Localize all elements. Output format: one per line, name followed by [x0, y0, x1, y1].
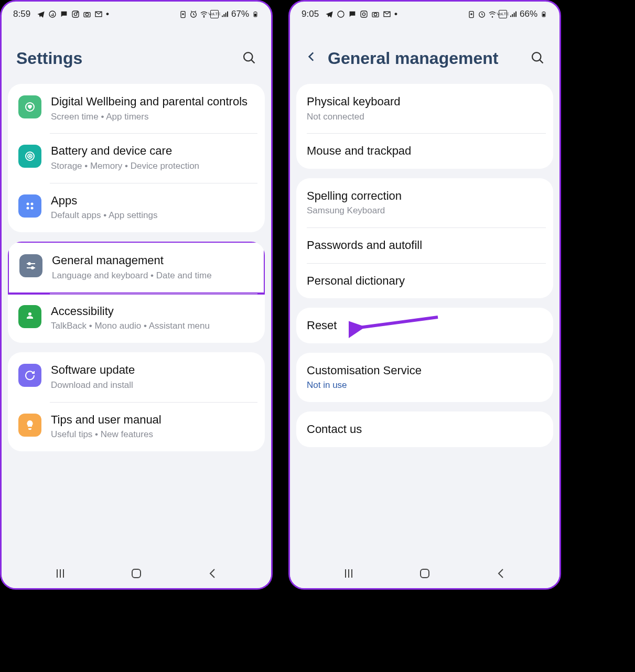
search-icon[interactable] — [530, 50, 545, 67]
wifi-icon — [200, 10, 208, 18]
row-subtitle: Default apps • App settings — [51, 210, 254, 222]
target-icon — [18, 145, 41, 168]
settings-card: Reset — [296, 308, 553, 343]
settings-row[interactable]: Passwords and autofill — [296, 227, 553, 263]
settings-row[interactable]: Spelling correctionSamsung Keyboard — [296, 178, 553, 227]
alarm-icon — [478, 10, 486, 18]
svg-point-5 — [85, 13, 88, 16]
bulb-icon — [18, 414, 41, 437]
status-bar: 8:59 • VoLTE 67% — [2, 2, 271, 23]
svg-point-34 — [492, 17, 492, 17]
settings-row[interactable]: AccessibilityTalkBack • Mono audio • Ass… — [8, 294, 265, 343]
settings-list[interactable]: Digital Wellbeing and parental controlsS… — [2, 84, 271, 559]
settings-row[interactable]: Customisation ServiceNot in use — [296, 353, 553, 402]
row-title: Software update — [51, 363, 254, 377]
svg-point-0 — [49, 11, 56, 17]
battery-saver-icon — [467, 10, 476, 18]
row-title: Contact us — [307, 422, 543, 437]
chat-icon — [60, 10, 68, 18]
page-title: General management — [328, 49, 498, 68]
svg-point-3 — [77, 12, 78, 13]
svg-point-24 — [28, 312, 31, 316]
svg-rect-39 — [421, 569, 429, 578]
svg-point-20 — [27, 207, 29, 209]
settings-row[interactable]: Personal dictionary — [296, 263, 553, 299]
signal-icon — [221, 10, 229, 18]
battery-percent: 66% — [520, 9, 537, 19]
svg-point-18 — [27, 202, 29, 205]
status-time: 9:05 — [302, 9, 319, 19]
home-button[interactable] — [418, 567, 432, 580]
settings-card: General managementLanguage and keyboard … — [8, 242, 265, 343]
svg-rect-27 — [361, 11, 367, 17]
back-icon[interactable] — [305, 50, 318, 67]
svg-rect-25 — [132, 569, 141, 578]
whatsapp-icon — [337, 10, 345, 18]
settings-card: Software updateDownload and installTips … — [8, 352, 265, 451]
row-subtitle: Download and install — [51, 380, 254, 392]
chat-icon — [348, 10, 357, 18]
svg-point-26 — [338, 11, 344, 17]
settings-row[interactable]: Physical keyboardNot connected — [296, 84, 553, 133]
svg-point-9 — [203, 17, 204, 17]
row-title: Apps — [51, 193, 254, 208]
row-title: Tips and user manual — [51, 413, 254, 427]
heart-icon — [18, 95, 41, 118]
dots-icon — [18, 194, 41, 218]
status-time: 8:59 — [13, 9, 30, 19]
row-subtitle: Not connected — [307, 111, 543, 123]
phone-screen-general-management: 9:05 • VoLTE 66% General management — [288, 0, 561, 590]
refresh-icon — [18, 364, 41, 387]
back-button[interactable] — [206, 567, 219, 580]
signal-icon — [509, 10, 518, 18]
row-subtitle: Storage • Memory • Device protection — [51, 160, 254, 172]
svg-point-19 — [31, 202, 34, 205]
settings-row[interactable]: General managementLanguage and keyboard … — [8, 242, 265, 294]
row-subtitle: Useful tips • New features — [51, 429, 254, 441]
recents-button[interactable] — [53, 567, 67, 580]
whatsapp-icon — [48, 10, 57, 18]
settings-card: Contact us — [296, 411, 553, 447]
battery-saver-icon — [179, 10, 187, 18]
settings-card: Customisation ServiceNot in use — [296, 353, 553, 402]
settings-row[interactable]: Reset — [296, 308, 553, 343]
camera-icon — [83, 10, 91, 18]
settings-row[interactable]: Mouse and trackpad — [296, 133, 553, 169]
general-management-list[interactable]: Physical keyboardNot connectedMouse and … — [290, 84, 559, 559]
camera-icon — [371, 10, 380, 18]
row-title: Reset — [307, 318, 543, 333]
row-title: Battery and device care — [51, 144, 254, 158]
recents-button[interactable] — [342, 567, 356, 580]
home-button[interactable] — [130, 567, 143, 580]
settings-row[interactable]: Battery and device careStorage • Memory … — [8, 133, 265, 182]
person-icon — [18, 305, 41, 328]
battery-icon — [251, 10, 260, 18]
row-title: Accessibility — [51, 304, 254, 319]
row-title: Physical keyboard — [307, 94, 543, 109]
wifi-icon — [488, 10, 497, 18]
svg-point-28 — [362, 13, 365, 15]
settings-card: Physical keyboardNot connectedMouse and … — [296, 84, 553, 169]
row-title: Personal dictionary — [307, 274, 543, 288]
row-title: General management — [52, 253, 253, 268]
settings-row[interactable]: AppsDefault apps • App settings — [8, 183, 265, 232]
volte-icon: VoLTE — [499, 10, 507, 18]
back-button[interactable] — [494, 567, 508, 580]
nav-bar — [290, 559, 559, 588]
volte-icon: VoLTE — [210, 10, 219, 18]
battery-icon — [540, 10, 548, 18]
search-icon[interactable] — [242, 50, 256, 67]
settings-row[interactable]: Software updateDownload and install — [8, 352, 265, 402]
svg-rect-36 — [543, 14, 545, 16]
settings-row[interactable]: Contact us — [296, 411, 553, 447]
battery-percent: 67% — [231, 9, 249, 19]
status-bar: 9:05 • VoLTE 66% — [290, 2, 559, 23]
settings-row[interactable]: Tips and user manualUseful tips • New fe… — [8, 402, 265, 451]
header: General management — [290, 23, 559, 84]
alarm-icon — [189, 10, 198, 18]
settings-row[interactable]: Digital Wellbeing and parental controlsS… — [8, 84, 265, 133]
instagram-icon — [360, 10, 368, 18]
svg-rect-37 — [543, 12, 545, 12]
row-subtitle: Screen time • App timers — [51, 111, 254, 123]
svg-point-17 — [29, 156, 30, 157]
